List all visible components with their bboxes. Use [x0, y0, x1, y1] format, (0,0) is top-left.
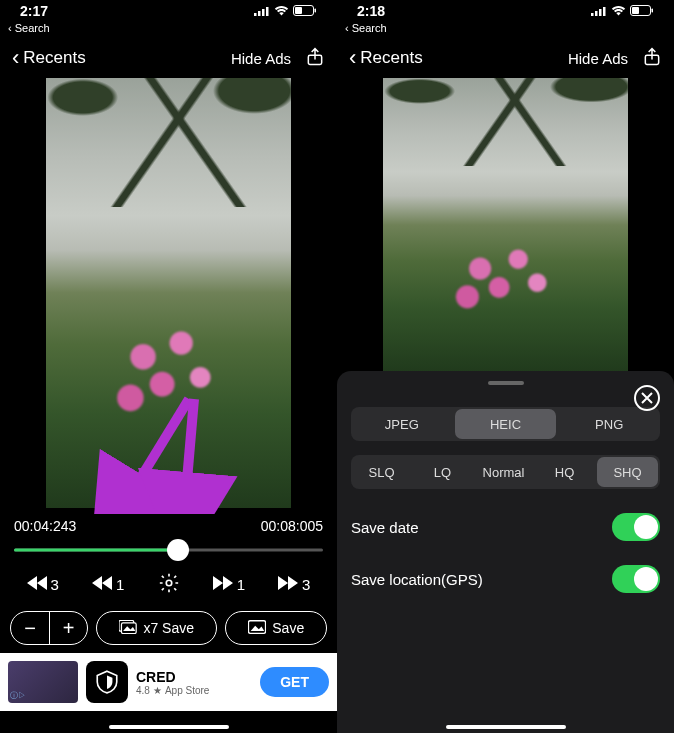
current-time: 00:04:243 — [14, 518, 76, 534]
ad-thumbnail: ⓘ▷ — [8, 661, 78, 703]
wifi-icon — [274, 3, 289, 19]
nav-back-label: Recents — [23, 48, 85, 68]
save-button[interactable]: Save — [225, 611, 327, 645]
save-location-row: Save location(GPS) — [351, 565, 660, 593]
wifi-icon — [611, 3, 626, 19]
svg-rect-17 — [603, 7, 606, 16]
back-search-label: Search — [352, 22, 387, 34]
ad-title: CRED — [136, 669, 252, 685]
quality-option-lq[interactable]: LQ — [412, 455, 473, 489]
hide-ads-button[interactable]: Hide Ads — [231, 50, 291, 67]
rewind-3-button[interactable]: 3 — [27, 576, 59, 593]
chevron-left-icon: ‹ — [345, 22, 349, 34]
save-settings-sheet: JPEGHEICPNG SLQLQNormalHQSHQ Save date S… — [337, 371, 674, 733]
hide-ads-button[interactable]: Hide Ads — [568, 50, 628, 67]
transport-controls: 3 1 1 3 — [0, 562, 337, 607]
svg-rect-15 — [595, 11, 598, 16]
svg-rect-16 — [599, 9, 602, 16]
video-preview[interactable] — [0, 78, 337, 508]
home-indicator[interactable] — [446, 725, 566, 729]
gear-icon — [158, 572, 180, 594]
home-indicator[interactable] — [109, 725, 229, 729]
forward-3-label: 3 — [302, 576, 310, 593]
nav-back-label: Recents — [360, 48, 422, 68]
status-bar: 2:17 — [0, 0, 337, 22]
close-icon — [640, 391, 654, 405]
svg-rect-0 — [254, 13, 257, 16]
status-indicators — [591, 3, 654, 19]
ad-get-button[interactable]: GET — [260, 667, 329, 697]
share-button[interactable] — [305, 47, 325, 70]
count-stepper: − + — [10, 611, 88, 645]
total-time: 00:08:005 — [261, 518, 323, 534]
adchoices-icon: ⓘ▷ — [10, 690, 26, 701]
forward-1-label: 1 — [237, 576, 245, 593]
phone-left: 2:17 ‹ Search ‹ Recents Hide Ads — [0, 0, 337, 733]
rewind-1-button[interactable]: 1 — [92, 576, 124, 593]
save-date-label: Save date — [351, 519, 419, 536]
forward-1-button[interactable]: 1 — [213, 576, 245, 593]
svg-rect-20 — [652, 9, 654, 13]
svg-rect-14 — [591, 13, 594, 16]
rewind-3-label: 3 — [51, 576, 59, 593]
format-option-png[interactable]: PNG — [558, 407, 660, 441]
increment-button[interactable]: + — [49, 612, 87, 644]
svg-rect-2 — [262, 9, 265, 16]
cellular-signal-icon — [254, 3, 270, 19]
quality-option-normal[interactable]: Normal — [473, 455, 534, 489]
chevron-left-icon: ‹ — [8, 22, 12, 34]
ad-rating: 4.8 — [136, 685, 150, 696]
back-button[interactable]: ‹ Recents — [349, 47, 423, 69]
format-option-heic[interactable]: HEIC — [455, 409, 557, 439]
share-button[interactable] — [642, 47, 662, 70]
save-location-toggle[interactable] — [612, 565, 660, 593]
decrement-button[interactable]: − — [11, 612, 49, 644]
quality-option-hq[interactable]: HQ — [534, 455, 595, 489]
back-to-search[interactable]: ‹ Search — [0, 22, 337, 38]
svg-rect-3 — [266, 7, 269, 16]
seek-slider[interactable] — [14, 538, 323, 562]
quality-option-shq[interactable]: SHQ — [597, 457, 658, 487]
quality-segmented: SLQLQNormalHQSHQ — [351, 455, 660, 489]
format-segmented: JPEGHEICPNG — [351, 407, 660, 441]
save-date-toggle[interactable] — [612, 513, 660, 541]
forward-icon — [213, 576, 233, 593]
back-button[interactable]: ‹ Recents — [12, 47, 86, 69]
ad-store: App Store — [165, 685, 209, 696]
burst-image-icon — [119, 620, 137, 637]
settings-button[interactable] — [158, 572, 180, 597]
forward-icon — [278, 576, 298, 593]
rewind-icon — [27, 576, 47, 593]
chevron-left-icon: ‹ — [12, 47, 19, 69]
back-search-label: Search — [15, 22, 50, 34]
svg-rect-6 — [315, 9, 317, 13]
format-option-jpeg[interactable]: JPEG — [351, 407, 453, 441]
save-label: Save — [272, 620, 304, 636]
save-row: − + x7 Save Save — [0, 607, 337, 653]
sheet-grabber[interactable] — [488, 381, 524, 385]
close-button[interactable] — [634, 385, 660, 411]
minus-icon: − — [24, 617, 36, 640]
nav-bar: ‹ Recents Hide Ads — [0, 38, 337, 78]
x7-save-label: x7 Save — [143, 620, 194, 636]
chevron-left-icon: ‹ — [349, 47, 356, 69]
ad-app-icon — [86, 661, 128, 703]
forward-3-button[interactable]: 3 — [278, 576, 310, 593]
preview-photo — [46, 78, 291, 508]
quality-option-slq[interactable]: SLQ — [351, 455, 412, 489]
time-row: 00:04:243 00:08:005 — [0, 508, 337, 538]
svg-rect-13 — [249, 620, 266, 633]
status-bar: 2:18 — [337, 0, 674, 22]
ad-text: CRED 4.8 ★ App Store — [136, 669, 252, 696]
status-indicators — [254, 3, 317, 19]
video-preview[interactable] — [337, 78, 674, 372]
save-date-row: Save date — [351, 513, 660, 541]
status-time: 2:18 — [357, 3, 385, 19]
svg-point-10 — [166, 580, 172, 586]
status-time: 2:17 — [20, 3, 48, 19]
ad-banner[interactable]: ⓘ▷ CRED 4.8 ★ App Store GET — [0, 653, 337, 711]
plus-icon: + — [63, 617, 75, 640]
back-to-search[interactable]: ‹ Search — [337, 22, 674, 38]
x7-save-button[interactable]: x7 Save — [96, 611, 217, 645]
image-icon — [248, 620, 266, 637]
